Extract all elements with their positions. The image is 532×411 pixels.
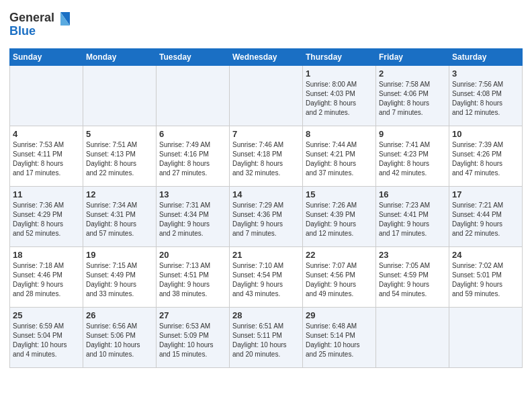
- calendar-cell: 29Sunrise: 6:48 AM Sunset: 5:14 PM Dayli…: [303, 308, 376, 368]
- logo-area: General Blue: [9, 7, 70, 43]
- calendar-cell: 21Sunrise: 7:10 AM Sunset: 4:54 PM Dayli…: [230, 247, 303, 308]
- day-info: Sunrise: 6:51 AM Sunset: 5:11 PM Dayligh…: [232, 322, 300, 359]
- calendar-cell: 2Sunrise: 7:58 AM Sunset: 4:06 PM Daylig…: [376, 66, 449, 126]
- day-number: 11: [13, 189, 80, 199]
- calendar-cell: 9Sunrise: 7:41 AM Sunset: 4:23 PM Daylig…: [376, 126, 449, 187]
- day-info: Sunrise: 7:18 AM Sunset: 4:46 PM Dayligh…: [13, 261, 80, 299]
- day-number: 9: [379, 129, 446, 139]
- day-info: Sunrise: 7:34 AM Sunset: 4:31 PM Dayligh…: [86, 201, 153, 238]
- day-info: Sunrise: 7:36 AM Sunset: 4:29 PM Dayligh…: [13, 201, 80, 238]
- day-info: Sunrise: 7:39 AM Sunset: 4:26 PM Dayligh…: [452, 140, 519, 178]
- day-info: Sunrise: 7:10 AM Sunset: 4:54 PM Dayligh…: [232, 261, 300, 299]
- day-info: Sunrise: 6:53 AM Sunset: 5:09 PM Dayligh…: [159, 322, 226, 359]
- day-info: Sunrise: 7:41 AM Sunset: 4:23 PM Dayligh…: [379, 140, 446, 178]
- calendar-cell: [10, 66, 83, 126]
- svg-text:General: General: [9, 11, 54, 24]
- day-info: Sunrise: 7:51 AM Sunset: 4:13 PM Dayligh…: [86, 140, 153, 178]
- day-number: 27: [159, 310, 226, 320]
- calendar-cell: 10Sunrise: 7:39 AM Sunset: 4:26 PM Dayli…: [449, 126, 523, 187]
- calendar-cell: 12Sunrise: 7:34 AM Sunset: 4:31 PM Dayli…: [83, 187, 157, 247]
- day-number: 2: [379, 68, 446, 79]
- day-info: Sunrise: 7:21 AM Sunset: 4:44 PM Dayligh…: [452, 201, 519, 238]
- day-info: Sunrise: 6:48 AM Sunset: 5:14 PM Dayligh…: [306, 322, 373, 359]
- header: General Blue: [9, 7, 523, 43]
- calendar-cell: [230, 66, 303, 126]
- day-number: 3: [452, 68, 519, 79]
- day-of-week-header: Monday: [83, 49, 157, 66]
- day-number: 13: [159, 189, 226, 199]
- calendar-cell: 5Sunrise: 7:51 AM Sunset: 4:13 PM Daylig…: [83, 126, 157, 187]
- day-info: Sunrise: 7:07 AM Sunset: 4:56 PM Dayligh…: [306, 261, 373, 299]
- day-of-week-header: Thursday: [303, 49, 376, 66]
- calendar-cell: 16Sunrise: 7:23 AM Sunset: 4:41 PM Dayli…: [376, 187, 449, 247]
- day-number: 29: [306, 310, 373, 320]
- calendar-cell: 27Sunrise: 6:53 AM Sunset: 5:09 PM Dayli…: [157, 308, 230, 368]
- day-info: Sunrise: 7:15 AM Sunset: 4:49 PM Dayligh…: [86, 261, 153, 299]
- day-of-week-header: Saturday: [449, 49, 523, 66]
- day-info: Sunrise: 7:53 AM Sunset: 4:11 PM Dayligh…: [13, 140, 80, 178]
- day-number: 19: [86, 250, 153, 260]
- calendar-cell: 28Sunrise: 6:51 AM Sunset: 5:11 PM Dayli…: [230, 308, 303, 368]
- calendar-cell: 26Sunrise: 6:56 AM Sunset: 5:06 PM Dayli…: [83, 308, 157, 368]
- calendar-cell: 8Sunrise: 7:44 AM Sunset: 4:21 PM Daylig…: [303, 126, 376, 187]
- calendar-cell: [83, 66, 157, 126]
- day-info: Sunrise: 7:49 AM Sunset: 4:16 PM Dayligh…: [159, 140, 226, 178]
- day-info: Sunrise: 7:26 AM Sunset: 4:39 PM Dayligh…: [306, 201, 373, 238]
- calendar-cell: 19Sunrise: 7:15 AM Sunset: 4:49 PM Dayli…: [83, 247, 157, 308]
- day-number: 1: [306, 68, 373, 79]
- day-number: 10: [452, 129, 519, 139]
- day-number: 17: [452, 189, 519, 199]
- calendar-cell: 7Sunrise: 7:46 AM Sunset: 4:18 PM Daylig…: [230, 126, 303, 187]
- calendar-cell: 17Sunrise: 7:21 AM Sunset: 4:44 PM Dayli…: [449, 187, 523, 247]
- calendar-cell: [449, 308, 523, 368]
- day-info: Sunrise: 7:02 AM Sunset: 5:01 PM Dayligh…: [452, 261, 519, 299]
- day-number: 14: [232, 189, 300, 199]
- calendar-cell: 25Sunrise: 6:59 AM Sunset: 5:04 PM Dayli…: [10, 308, 83, 368]
- calendar-cell: 20Sunrise: 7:13 AM Sunset: 4:51 PM Dayli…: [157, 247, 230, 308]
- calendar-cell: 6Sunrise: 7:49 AM Sunset: 4:16 PM Daylig…: [157, 126, 230, 187]
- day-number: 5: [86, 129, 153, 139]
- day-info: Sunrise: 8:00 AM Sunset: 4:03 PM Dayligh…: [306, 80, 373, 118]
- day-number: 23: [379, 250, 446, 260]
- calendar-cell: 15Sunrise: 7:26 AM Sunset: 4:39 PM Dayli…: [303, 187, 376, 247]
- day-number: 20: [159, 250, 226, 260]
- calendar-cell: [157, 66, 230, 126]
- day-info: Sunrise: 7:58 AM Sunset: 4:06 PM Dayligh…: [379, 80, 446, 118]
- day-number: 26: [86, 310, 153, 320]
- day-info: Sunrise: 7:23 AM Sunset: 4:41 PM Dayligh…: [379, 201, 446, 238]
- day-info: Sunrise: 7:31 AM Sunset: 4:34 PM Dayligh…: [159, 201, 226, 238]
- calendar-cell: 23Sunrise: 7:05 AM Sunset: 4:59 PM Dayli…: [376, 247, 449, 308]
- day-info: Sunrise: 6:59 AM Sunset: 5:04 PM Dayligh…: [13, 322, 80, 359]
- day-number: 28: [232, 310, 300, 320]
- day-info: Sunrise: 7:46 AM Sunset: 4:18 PM Dayligh…: [232, 140, 300, 178]
- calendar-cell: 4Sunrise: 7:53 AM Sunset: 4:11 PM Daylig…: [10, 126, 83, 187]
- day-info: Sunrise: 7:05 AM Sunset: 4:59 PM Dayligh…: [379, 261, 446, 299]
- calendar-cell: 22Sunrise: 7:07 AM Sunset: 4:56 PM Dayli…: [303, 247, 376, 308]
- calendar-cell: 11Sunrise: 7:36 AM Sunset: 4:29 PM Dayli…: [10, 187, 83, 247]
- page: General Blue SundayMondayTuesdayWednesda…: [0, 0, 532, 377]
- day-info: Sunrise: 7:13 AM Sunset: 4:51 PM Dayligh…: [159, 261, 226, 299]
- calendar-cell: 3Sunrise: 7:56 AM Sunset: 4:08 PM Daylig…: [449, 66, 523, 126]
- day-number: 8: [306, 129, 373, 139]
- day-number: 4: [13, 129, 80, 139]
- day-of-week-header: Tuesday: [157, 49, 230, 66]
- day-info: Sunrise: 7:29 AM Sunset: 4:36 PM Dayligh…: [232, 201, 300, 238]
- calendar-cell: 14Sunrise: 7:29 AM Sunset: 4:36 PM Dayli…: [230, 187, 303, 247]
- day-number: 6: [159, 129, 226, 139]
- calendar-cell: [376, 308, 449, 368]
- day-number: 21: [232, 250, 300, 260]
- day-of-week-header: Sunday: [10, 49, 83, 66]
- calendar-cell: 1Sunrise: 8:00 AM Sunset: 4:03 PM Daylig…: [303, 66, 376, 126]
- day-number: 15: [306, 189, 373, 199]
- logo: General Blue: [9, 7, 70, 43]
- day-of-week-header: Friday: [376, 49, 449, 66]
- day-number: 18: [13, 250, 80, 260]
- svg-text:Blue: Blue: [9, 24, 36, 38]
- day-info: Sunrise: 7:56 AM Sunset: 4:08 PM Dayligh…: [452, 80, 519, 118]
- calendar-cell: 18Sunrise: 7:18 AM Sunset: 4:46 PM Dayli…: [10, 247, 83, 308]
- day-info: Sunrise: 6:56 AM Sunset: 5:06 PM Dayligh…: [86, 322, 153, 359]
- calendar-table: SundayMondayTuesdayWednesdayThursdayFrid…: [9, 48, 523, 368]
- day-number: 24: [452, 250, 519, 260]
- day-of-week-header: Wednesday: [230, 49, 303, 66]
- day-number: 7: [232, 129, 300, 139]
